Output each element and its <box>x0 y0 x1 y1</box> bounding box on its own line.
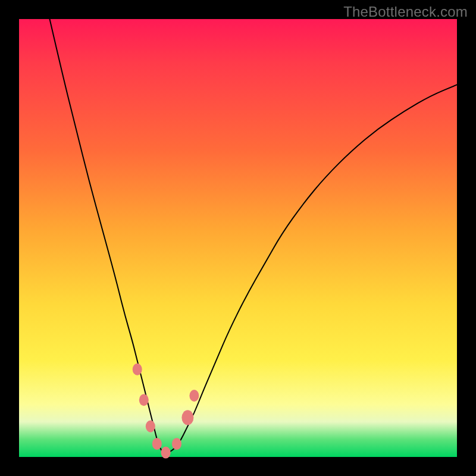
curve-marker <box>133 364 142 375</box>
curve-marker <box>172 438 181 450</box>
curve-marker <box>189 390 199 402</box>
chart-frame: TheBottleneck.com <box>0 0 476 476</box>
plot-area <box>19 19 457 457</box>
watermark-label: TheBottleneck.com <box>343 4 468 20</box>
curve-marker <box>161 447 171 459</box>
curve-marker <box>146 421 155 433</box>
bottleneck-curve <box>50 19 458 453</box>
curve-svg <box>19 19 457 457</box>
curve-marker <box>152 438 162 450</box>
curve-markers <box>133 364 199 459</box>
curve-marker <box>181 410 193 425</box>
curve-marker <box>139 394 149 406</box>
